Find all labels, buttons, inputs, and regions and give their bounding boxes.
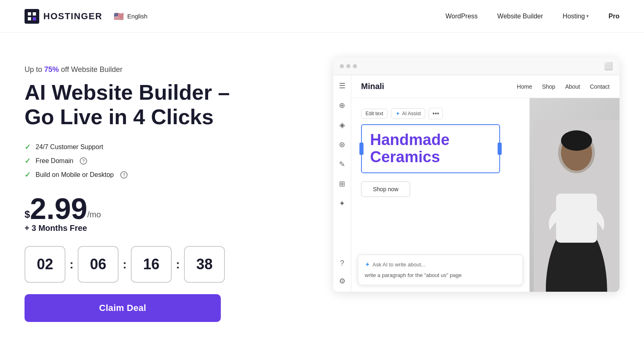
header: HOSTINGER 🇺🇸 English WordPress Website B… [0,0,644,33]
browser-mockup: ⬜ ☰ ⊕ ◈ ⊛ ✎ ⊞ ✦ ? ⚙ [333,57,619,292]
timer-minutes: 06 [78,246,119,283]
svg-point-5 [561,130,592,151]
main-content: Up to 75% off Website Builder AI Website… [0,33,644,322]
preview-nav-about[interactable]: About [565,83,580,90]
language-selector[interactable]: 🇺🇸 English [114,11,147,21]
sidebar-edit-icon[interactable]: ✎ [337,159,348,170]
timer-seconds: 16 [131,246,172,283]
right-panel: ⬜ ☰ ⊕ ◈ ⊛ ✎ ⊞ ✦ ? ⚙ [278,57,619,292]
price-symbol: $ [25,209,30,220]
nav-pro[interactable]: Pro [608,13,619,20]
logo-text: HOSTINGER [43,11,102,22]
header-left: HOSTINGER 🇺🇸 English [25,9,148,24]
check-icon-3: ✓ [25,170,31,179]
feature-domain-text: Free Domain [36,157,73,165]
price-bonus: + 3 Months Free [25,223,262,233]
preview-nav-home[interactable]: Home [517,83,532,90]
sidebar-bottom: ? ⚙ [337,257,348,287]
price-per: /mo [88,210,101,219]
timer-hours: 02 [25,246,65,283]
shop-now-button[interactable]: Shop now [361,181,410,197]
promo-text: Up to 75% off Website Builder [25,65,262,74]
price-display: $ 2.99 /mo [25,194,262,223]
nav-website-builder[interactable]: Website Builder [497,13,543,20]
feature-domain: ✓ Free Domain ? [25,156,262,165]
ai-chat-label: ✦ Ask AI to write about... [365,261,516,268]
logo[interactable]: HOSTINGER [25,9,102,24]
sidebar-globe-icon[interactable]: ⊛ [337,139,348,150]
sidebar-cart-icon[interactable]: ⊞ [337,178,348,190]
more-options-button[interactable]: ••• [429,108,443,119]
domain-help-icon[interactable]: ? [80,157,87,165]
person-silhouette [534,120,619,292]
preview-content: Edit text ✦ AI Assist ••• [351,98,619,292]
feature-device: ✓ Build on Mobile or Desktop ? [25,170,262,179]
monitor-icon[interactable]: ⬜ [604,62,613,71]
device-help-icon[interactable]: ? [120,171,128,179]
feature-support: ✓ 24/7 Customer Support [25,143,262,152]
check-icon: ✓ [25,143,31,152]
features-list: ✓ 24/7 Customer Support ✓ Free Domain ? … [25,143,262,179]
preview-nav-shop[interactable]: Shop [542,83,555,90]
preview-nav: Minali Home Shop About Contact [351,75,619,98]
browser-dot-2 [346,64,350,68]
preview-person-image [530,98,619,292]
timer-frames: 38 [184,246,225,283]
ai-star-icon: ✦ [395,110,400,117]
lang-label: English [127,13,147,20]
sidebar-question-icon[interactable]: ? [337,257,348,269]
browser-dot-3 [353,64,357,68]
edit-text-button[interactable]: Edit text [361,109,388,118]
website-preview: Minali Home Shop About Contact [351,75,619,292]
nav-hosting[interactable]: Hosting ▾ [563,13,589,20]
browser-dot-1 [340,64,344,68]
timer-sep-2: : [123,257,127,271]
browser-dots [340,64,357,68]
main-nav: WordPress Website Builder Hosting ▾ Pro [445,13,619,20]
price-amount: 2.99 [30,194,87,223]
check-icon-2: ✓ [25,156,31,165]
nav-wordpress[interactable]: WordPress [445,13,478,20]
claim-deal-button[interactable]: Claim Deal [25,294,221,322]
feature-device-text: Build on Mobile or Desktop [36,171,114,179]
preview-nav-contact[interactable]: Contact [590,83,610,90]
feature-support-text: 24/7 Customer Support [36,143,103,151]
hosting-dropdown-icon: ▾ [586,13,589,19]
preview-left: Edit text ✦ AI Assist ••• [351,98,530,292]
sidebar-magic-icon[interactable]: ✦ [337,198,348,209]
timer-sep-3: : [176,257,180,271]
hero-title: AI Website Builder – Go Live in 4 Clicks [25,80,262,130]
ai-chat-star-icon: ✦ [365,261,370,268]
preview-person-area [530,98,619,292]
flag-icon: 🇺🇸 [114,11,124,21]
sidebar-settings-icon[interactable]: ⚙ [337,275,348,287]
promo-discount: 75% [44,65,59,74]
ai-chat-box: ✦ Ask AI to write about... write a parag… [358,255,523,285]
edit-toolbar: Edit text ✦ AI Assist ••• [361,108,520,119]
sidebar-layers-icon[interactable]: ◈ [337,119,348,131]
browser-chrome: ⬜ [333,57,619,75]
price-section: $ 2.99 /mo + 3 Months Free [25,194,262,233]
editor-sidebar: ☰ ⊕ ◈ ⊛ ✎ ⊞ ✦ ? ⚙ [333,75,351,292]
preview-nav-links: Home Shop About Contact [517,83,610,90]
preview-site-logo: Minali [361,82,384,91]
sidebar-menu-icon[interactable]: ☰ [337,80,348,92]
editor-body: ☰ ⊕ ◈ ⊛ ✎ ⊞ ✦ ? ⚙ [333,75,619,292]
svg-rect-0 [25,9,39,24]
timer-sep-1: : [70,257,74,271]
left-panel: Up to 75% off Website Builder AI Website… [25,57,262,322]
countdown-timer: 02 : 06 : 16 : 38 [25,246,262,283]
hero-text-box[interactable]: Handmade Ceramics [361,124,500,173]
sidebar-add-icon[interactable]: ⊕ [337,100,348,111]
ai-assist-button[interactable]: ✦ AI Assist [391,108,425,119]
editor-main: Minali Home Shop About Contact [351,75,619,292]
logo-icon [25,9,39,24]
preview-hero-heading: Handmade Ceramics [370,132,491,166]
resize-handle-left[interactable] [359,143,364,155]
resize-handle-right[interactable] [498,143,502,155]
ai-chat-input-text[interactable]: write a paragraph for the "about us" pag… [365,272,516,279]
